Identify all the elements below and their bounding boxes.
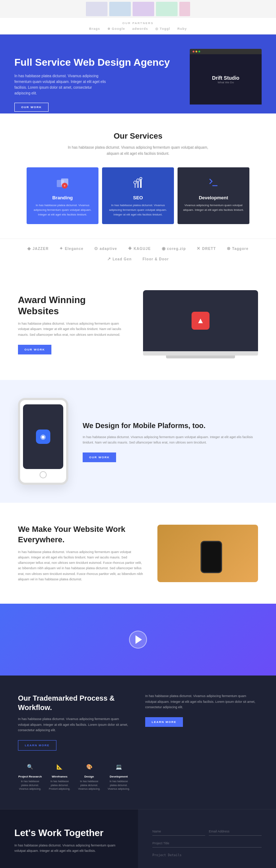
laptop-stand <box>166 356 235 358</box>
service-card-development: Development Vivamus adipiscing fermentum… <box>178 167 249 224</box>
top-screenshots-bar <box>0 0 276 18</box>
design-desc: In has habitasse platea dictumst. Vivamu… <box>77 780 101 791</box>
partner-logo-3: adwords <box>132 27 148 31</box>
play-icon <box>135 635 142 644</box>
hero-card-subtitle: What We Do <box>212 81 239 84</box>
adaptive-label: adaptive <box>100 247 117 251</box>
contact-title: Let's Work Together <box>14 827 124 839</box>
taggore-symbol: ⊗ <box>227 246 231 251</box>
mobile-cta-button[interactable]: OUR WORK <box>83 452 116 462</box>
design-label: Design <box>77 775 101 778</box>
screenshot-thumb-3 <box>133 2 154 16</box>
process-title: Our Trademarked Process & Workflow. <box>18 693 131 712</box>
process-description: In has habitasse platea dictumst. Vivamu… <box>18 716 131 733</box>
partner-logo-5: Ruby <box>177 27 187 31</box>
partners-bar: OUR PARTNERS Brags ⊕ Google adwords ◎ To… <box>0 18 276 34</box>
drett-label: DRETT <box>202 247 216 251</box>
hero-description: In has habitasse platea dictumst. Vivamu… <box>14 73 108 96</box>
taggore-label: Taggore <box>232 247 249 251</box>
phone-frame: ◉ <box>18 398 68 485</box>
phone-home-button <box>40 471 47 478</box>
services-description: In has habitasse platea dictumst. Vivamu… <box>66 144 210 157</box>
work-title: We Make Your Website Work Everywhere. <box>18 524 143 545</box>
screenshot-thumb-2 <box>109 2 131 16</box>
project-title-input[interactable] <box>152 839 262 848</box>
coregzip-symbol: ◉ <box>162 246 166 251</box>
wireframes-icon: 📐 <box>54 761 65 772</box>
services-title: Our Services <box>18 131 258 141</box>
award-description: In has habitasse platea dictumst. Vivamu… <box>18 321 129 338</box>
drett-symbol: ✕ <box>197 246 201 251</box>
dot-yellow <box>196 51 197 52</box>
process-cta-button[interactable]: LEARN MORE <box>18 740 56 751</box>
process-step-development: 💻 Development In has habitasse platea di… <box>107 761 131 791</box>
jazzer-label: JAZZER <box>32 247 49 251</box>
partner-logo-1: Brags <box>89 27 100 31</box>
brand-jazzer: ◈ JAZZER <box>27 246 49 251</box>
service-card-seo: SEO In has habitasse platea dictumst. Vi… <box>102 167 174 224</box>
phone-mockup: ◉ <box>18 398 68 485</box>
contact-description: In has habitasse platea dictumst. Vivamu… <box>14 843 124 854</box>
laptop-app-logo: ▲ <box>192 312 210 330</box>
work-image <box>157 525 258 582</box>
partner-logo-2: ⊕ Google <box>107 27 125 31</box>
project-details-textarea[interactable] <box>152 851 262 868</box>
process-right-description: In has habitasse platea dictumst. Vivamu… <box>145 693 258 710</box>
work-text: We Make Your Website Work Everywhere. In… <box>18 524 143 582</box>
process-step-design: 🎨 Design In has habitasse platea dictums… <box>77 761 101 791</box>
dot-red <box>193 51 194 52</box>
development-card-title: Development <box>183 195 244 200</box>
adaptive-symbol: ⊙ <box>94 246 98 251</box>
elegance-label: Elegance <box>65 247 83 251</box>
research-icon: 🔍 <box>25 761 36 772</box>
process-step-research: 🔍 Project Research In has habitasse plat… <box>18 761 42 791</box>
hero-card-title: Drift Studio <box>212 75 239 81</box>
play-button[interactable] <box>129 631 147 649</box>
floordoor-label: Floor & Door <box>143 257 169 261</box>
wireframes-label: Wireframes <box>47 775 72 778</box>
development-card-desc: Vivamus adipiscing fermentum quam volutp… <box>183 203 244 213</box>
process-step-wireframes: 📐 Wireframes In has habitasse platea dic… <box>47 761 72 791</box>
email-input[interactable] <box>209 827 262 836</box>
leadgen-label: Lead Gen <box>112 257 132 261</box>
browser-dots <box>190 49 262 54</box>
laptop-base <box>143 351 258 356</box>
partners-label: OUR PARTNERS <box>11 22 265 25</box>
elegance-symbol: ✦ <box>59 246 63 251</box>
hero-section: Full Service Web Design Agency In has ha… <box>0 34 276 113</box>
svg-rect-6 <box>140 179 142 188</box>
brand-floordoor: Floor & Door <box>143 257 169 261</box>
contact-left: Let's Work Together In has habitasse pla… <box>0 809 138 868</box>
contact-section: Let's Work Together In has habitasse pla… <box>0 809 276 868</box>
hero-title: Full Service Web Design Agency <box>14 56 179 69</box>
screenshot-thumb-1 <box>86 2 107 16</box>
seo-card-desc: In has habitasse platea dictumst. Vivamu… <box>107 203 169 217</box>
seo-icon <box>131 176 145 191</box>
mobile-description: In has habitasse platea dictumst. Vivamu… <box>83 435 258 446</box>
dot-green <box>198 51 200 52</box>
award-cta-button[interactable]: OUR WORK <box>18 345 51 354</box>
partners-logos: Brags ⊕ Google adwords ◎ Toggl Ruby <box>11 27 265 31</box>
learn-more-button[interactable]: LEARN MORE <box>145 717 183 727</box>
hero-text: Full Service Web Design Agency In has ha… <box>14 49 179 112</box>
services-section: Our Services In has habitasse platea dic… <box>0 113 276 238</box>
dev-label: Development <box>107 775 131 778</box>
name-input[interactable] <box>152 827 205 836</box>
research-desc: In has habitasse platea dictumst. Vivamu… <box>18 780 42 791</box>
hero-cta-button[interactable]: OUR WORK <box>14 103 49 112</box>
form-row-name-email <box>152 827 262 836</box>
brand-coregzip: ◉ coreg.zip <box>162 246 186 251</box>
jazzer-symbol: ◈ <box>27 246 31 251</box>
leadgen-symbol: ↗ <box>107 256 111 261</box>
work-description: In has habitasse platea dictumst. Vivamu… <box>18 549 143 582</box>
brand-drett: ✕ DRETT <box>197 246 216 251</box>
mobile-section: ◉ We Design for Mobile Plaforms, too. In… <box>0 380 276 503</box>
award-section: Award Winning Websites In has habitasse … <box>0 269 276 380</box>
wallet-mockup <box>157 525 258 582</box>
branding-card-desc: In has habitasse platea dictumst. Vivamu… <box>32 203 93 217</box>
contact-form: SUBMIT <box>138 809 276 868</box>
brand-leadgen: ↗ Lead Gen <box>107 256 132 261</box>
work-everywhere-section: We Make Your Website Work Everywhere. In… <box>0 503 276 604</box>
screenshot-thumb-5 <box>179 2 190 16</box>
form-row-project-title <box>152 839 262 848</box>
